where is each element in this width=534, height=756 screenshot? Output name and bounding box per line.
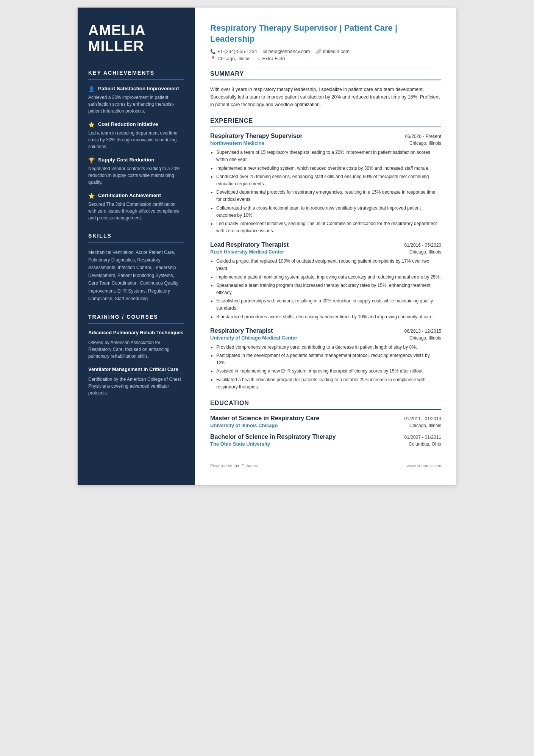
achievement-1: 👤 Patient Satisfaction Improvement Achie…: [88, 86, 184, 114]
job-1-title: Respiratory Therapy Supervisor: [210, 133, 303, 139]
training-1-title: Advanced Pulmonary Rehab Techniques: [88, 330, 184, 337]
summary-section-title: SUMMARY: [210, 70, 441, 77]
job-2-org-row: Rush University Medical Center Chicago, …: [210, 249, 441, 255]
edu-2: Bachelor of Science in Respiratory Thera…: [210, 434, 441, 447]
footer: Powered by ∞ Enhancv www.enhancv.com: [210, 458, 441, 470]
achievement-3-icon: 🏆: [88, 157, 95, 163]
job-2-bullet-4: Established partnerships with vendors, r…: [216, 297, 441, 312]
achievement-2: ⭐ Cost Reduction Initiative Led a team i…: [88, 121, 184, 150]
skills-text: Mechanical Ventilation, Acute Patient Ca…: [88, 249, 184, 303]
job-3-org: University of Chicago Medical Center: [210, 335, 297, 341]
edu-1-uni-row: University of Illinois Chicago Chicago, …: [210, 423, 441, 428]
job-3-header: Respiratory Therapist 06/2013 - 12/2015: [210, 327, 441, 334]
edu-1-school: University of Illinois Chicago: [210, 423, 278, 428]
contact-row-2: 📍 Chicago, Illinois ☆ Extra Field: [210, 56, 441, 61]
job-2-bullet-2: Implemented a patient monitoring system …: [216, 274, 441, 281]
edu-2-date: 01/2007 - 01/2011: [404, 435, 441, 440]
powered-by-label: Powered by: [210, 463, 232, 468]
job-2-bullet-3: Spearheaded a team training program that…: [216, 282, 441, 296]
edu-1-row: Master of Science in Respiratory Care 01…: [210, 415, 441, 422]
training-2: Ventilator Management in Critical Care C…: [88, 366, 184, 396]
job-1-bullet-6: Led quality improvement initiatives, sec…: [216, 220, 441, 235]
summary-text: With over 8 years in respiratory therapy…: [210, 86, 441, 108]
achievements-divider: [88, 79, 184, 80]
edu-2-uni-row: The Ohio State University Columbus, Ohio: [210, 441, 441, 447]
job-1-bullet-1: Supervised a team of 15 respiratory ther…: [216, 149, 441, 163]
experience-divider: [210, 127, 441, 127]
training-2-desc: Certification by the American College of…: [88, 376, 184, 396]
job-1-bullet-3: Conducted over 25 training sessions, enh…: [216, 173, 441, 188]
achievement-4-text: Secured The Joint Commission certificati…: [88, 201, 184, 221]
contact-extra: ☆ Extra Field: [257, 56, 285, 61]
achievement-1-title: Patient Satisfaction Improvement: [98, 86, 179, 91]
education-section-title: EDUCATION: [210, 400, 441, 407]
training-section-title: TRAINING / COURSES: [88, 314, 184, 320]
job-2-location: Chicago, Illinois: [409, 249, 441, 255]
job-1-location: Chicago, Illinois: [409, 141, 441, 146]
job-2-org: Rush University Medical Center: [210, 249, 284, 255]
education-divider: [210, 409, 441, 410]
job-2-header: Lead Respiratory Therapist 01/2016 - 05/…: [210, 241, 441, 248]
job-3-org-row: University of Chicago Medical Center Chi…: [210, 335, 441, 341]
job-2-title: Lead Respiratory Therapist: [210, 241, 289, 248]
job-3-bullets: Provided comprehensive respiratory care,…: [216, 344, 441, 391]
job-2-bullets: Guided a project that replaced 100% of o…: [216, 258, 441, 321]
job-3-bullet-3: Assisted in implementing a new EHR syste…: [216, 368, 441, 375]
edu-2-row: Bachelor of Science in Respiratory Thera…: [210, 434, 441, 440]
email-icon: ✉: [263, 49, 267, 54]
job-3-date: 06/2013 - 12/2015: [404, 329, 441, 334]
job-3-bullet-2: Participated in the development of a ped…: [216, 352, 441, 366]
job-1-date: 06/2020 - Present: [405, 134, 441, 139]
achievement-1-icon: 👤: [88, 86, 95, 92]
resume-headline: Respiratory Therapy Supervisor | Patient…: [210, 23, 441, 44]
achievement-2-text: Led a team in reducing department overti…: [88, 130, 184, 150]
brand-name: Enhancv: [242, 463, 258, 468]
job-3-bullet-1: Provided comprehensive respiratory care,…: [216, 344, 441, 351]
achievement-2-icon: ⭐: [88, 122, 95, 128]
achievement-4-title: Certification Achievement: [98, 193, 161, 198]
linkedin-icon: 🔗: [316, 49, 322, 54]
skills-divider: [88, 242, 184, 243]
location-icon: 📍: [210, 56, 216, 61]
job-3-bullet-4: Facilitated a health education program f…: [216, 376, 441, 391]
footer-left: Powered by ∞ Enhancv: [210, 462, 258, 470]
contact-linkedin: 🔗 linkedin.com: [316, 49, 349, 54]
job-1-bullet-4: Developed departmental protocols for res…: [216, 189, 441, 203]
job-2-bullet-1: Guided a project that replaced 100% of o…: [216, 258, 441, 272]
contact-location: 📍 Chicago, Illinois: [210, 56, 251, 61]
achievements-section-title: KEY ACHIEVEMENTS: [88, 70, 184, 76]
job-1-bullet-2: Implemented a new scheduling system, whi…: [216, 165, 441, 172]
job-2: Lead Respiratory Therapist 01/2016 - 05/…: [210, 241, 441, 321]
edu-1-date: 01/2011 - 01/2013: [404, 416, 441, 421]
footer-website: www.enhancv.com: [407, 463, 441, 468]
achievement-1-text: Achieved a 20% improvement in patient sa…: [88, 94, 184, 114]
edu-2-degree: Bachelor of Science in Respiratory Thera…: [210, 434, 336, 440]
achievements-list: 👤 Patient Satisfaction Improvement Achie…: [88, 86, 184, 221]
job-3: Respiratory Therapist 06/2013 - 12/2015 …: [210, 327, 441, 391]
job-2-date: 01/2016 - 05/2020: [404, 243, 441, 248]
resume-container: AMELIA MILLER KEY ACHIEVEMENTS 👤 Patient…: [78, 8, 456, 485]
enhancv-logo: ∞: [234, 462, 239, 470]
achievement-4-icon: ⭐: [88, 193, 95, 199]
phone-icon: 📞: [210, 49, 216, 54]
experience-section-title: EXPERIENCE: [210, 117, 441, 124]
training-1: Advanced Pulmonary Rehab Techniques Offe…: [88, 330, 184, 360]
job-1-bullets: Supervised a team of 15 respiratory ther…: [216, 149, 441, 235]
job-3-location: Chicago, Illinois: [409, 335, 441, 341]
job-1-bullet-5: Collaborated with a cross-functional tea…: [216, 205, 441, 219]
extra-icon: ☆: [257, 56, 261, 61]
training-divider: [88, 323, 184, 324]
edu-1-location: Chicago, Illinois: [409, 423, 441, 428]
job-1-header: Respiratory Therapy Supervisor 06/2020 -…: [210, 133, 441, 139]
job-3-title: Respiratory Therapist: [210, 327, 273, 334]
achievement-3: 🏆 Supply Cost Reduction Negotiated vendo…: [88, 157, 184, 186]
achievement-4: ⭐ Certification Achievement Secured The …: [88, 193, 184, 221]
edu-1-degree: Master of Science in Respiratory Care: [210, 415, 319, 422]
candidate-name: AMELIA MILLER: [88, 23, 184, 55]
job-1: Respiratory Therapy Supervisor 06/2020 -…: [210, 133, 441, 235]
achievement-2-title: Cost Reduction Initiative: [98, 121, 158, 127]
job-1-org-row: Northwestern Medicine Chicago, Illinois: [210, 140, 441, 146]
achievement-3-text: Negotiated vendor contracts leading to a…: [88, 165, 184, 186]
edu-2-location: Columbus, Ohio: [409, 441, 441, 447]
contact-row-1: 📞 +1-(234)-555-1234 ✉ help@enhancv.com 🔗…: [210, 49, 441, 54]
